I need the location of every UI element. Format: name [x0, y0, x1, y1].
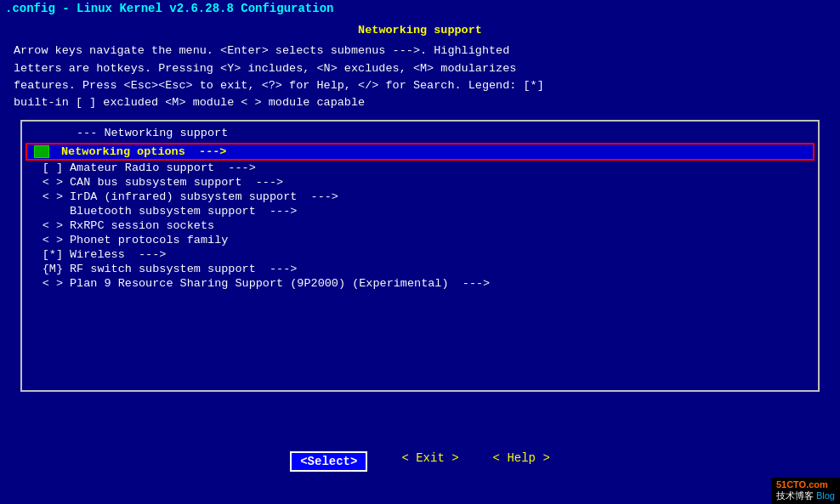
item-label: Amateur Radio support ---> — [70, 161, 256, 174]
menu-item-plan9[interactable]: < >Plan 9 Resource Sharing Support (9P20… — [26, 276, 814, 291]
help-line-3: features. Press <Esc><Esc> to exit, <?> … — [14, 77, 826, 94]
item-indicator: < > — [26, 277, 70, 290]
help-line-4: built-in [ ] excluded <M> module < > mod… — [14, 94, 826, 111]
menu-title: --- Networking support — [26, 127, 814, 139]
green-indicator — [34, 145, 49, 158]
bottom-bar: <Select> < Exit > < Help > — [0, 446, 840, 477]
item-label: Networking options ---> — [61, 145, 226, 158]
item-label: RF switch subsystem support ---> — [70, 263, 297, 275]
item-label: IrDA (infrared) subsystem support ---> — [70, 190, 338, 203]
item-label: Bluetooth subsystem support ---> — [70, 205, 297, 218]
item-indicator: [ ] — [26, 161, 70, 174]
menu-item-rf-switch[interactable]: {M}RF switch subsystem support ---> — [26, 262, 814, 276]
select-button[interactable]: <Select> — [290, 451, 367, 472]
menu-item-amateur-radio[interactable]: [ ]Amateur Radio support ---> — [26, 161, 814, 175]
item-label: RxRPC session sockets — [70, 219, 214, 232]
watermark-site: 51CTO.com — [776, 479, 828, 490]
item-label: CAN bus subsystem support ---> — [70, 176, 283, 189]
menu-item-phonet[interactable]: < >Phonet protocols family — [26, 233, 814, 247]
menu-item-can-bus[interactable]: < >CAN bus subsystem support ---> — [26, 175, 814, 190]
item-label: Plan 9 Resource Sharing Support (9P2000)… — [70, 277, 490, 290]
help-text: Networking support Arrow keys navigate t… — [7, 20, 833, 113]
title-text: .config - Linux Kernel v2.6.28.8 Configu… — [5, 2, 333, 15]
item-indicator: < > — [26, 219, 70, 232]
help-button[interactable]: < Help > — [493, 451, 550, 472]
item-indicator: < > — [26, 234, 70, 246]
watermark-blog: Blog — [816, 490, 835, 501]
main-container: Networking support Arrow keys navigate t… — [0, 17, 840, 395]
menu-item-rxrpc[interactable]: < >RxRPC session sockets — [26, 218, 814, 233]
exit-button[interactable]: < Exit > — [401, 451, 458, 472]
help-line-2: letters are hotkeys. Pressing <Y> includ… — [14, 60, 826, 77]
menu-item-irda[interactable]: < >IrDA (infrared) subsystem support ---… — [26, 190, 814, 204]
item-label: Phonet protocols family — [70, 234, 228, 246]
watermark: 51CTO.com 技术博客 Blog — [771, 478, 840, 504]
item-indicator: < > — [26, 190, 70, 203]
item-indicator: {M} — [26, 263, 70, 275]
menu-item-networking-options[interactable]: Networking options ---> — [26, 143, 814, 161]
title-bar: .config - Linux Kernel v2.6.28.8 Configu… — [0, 0, 840, 17]
item-indicator: [*] — [26, 248, 70, 261]
menu-item-wireless[interactable]: [*]Wireless ---> — [26, 247, 814, 262]
watermark-sub: 技术博客 — [776, 490, 814, 501]
item-indicator: < > — [26, 176, 70, 189]
item-label: Wireless ---> — [70, 248, 166, 261]
help-heading: Networking support — [14, 22, 826, 39]
help-line-1: Arrow keys navigate the menu. <Enter> se… — [14, 42, 826, 59]
menu-items: Networking options --->[ ]Amateur Radio … — [26, 143, 814, 291]
menu-box: --- Networking support Networking option… — [20, 120, 820, 392]
menu-item-bluetooth[interactable]: Bluetooth subsystem support ---> — [26, 204, 814, 218]
